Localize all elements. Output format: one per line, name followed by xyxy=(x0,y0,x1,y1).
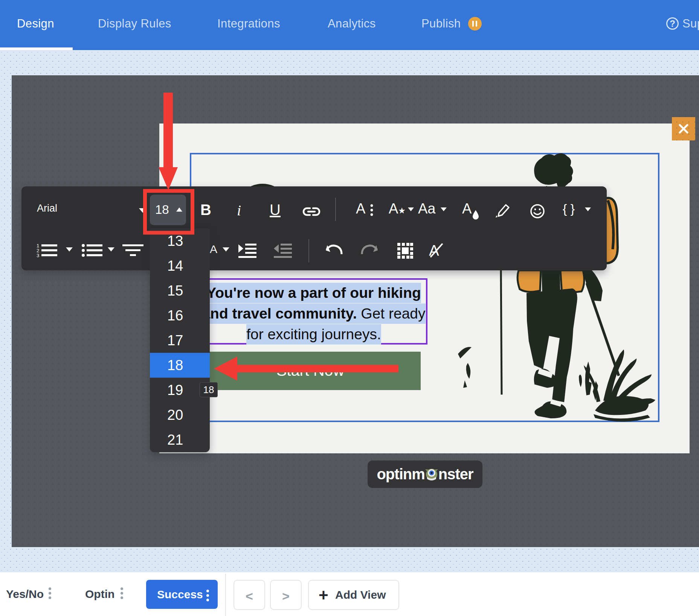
svg-text:3: 3 xyxy=(37,253,39,258)
